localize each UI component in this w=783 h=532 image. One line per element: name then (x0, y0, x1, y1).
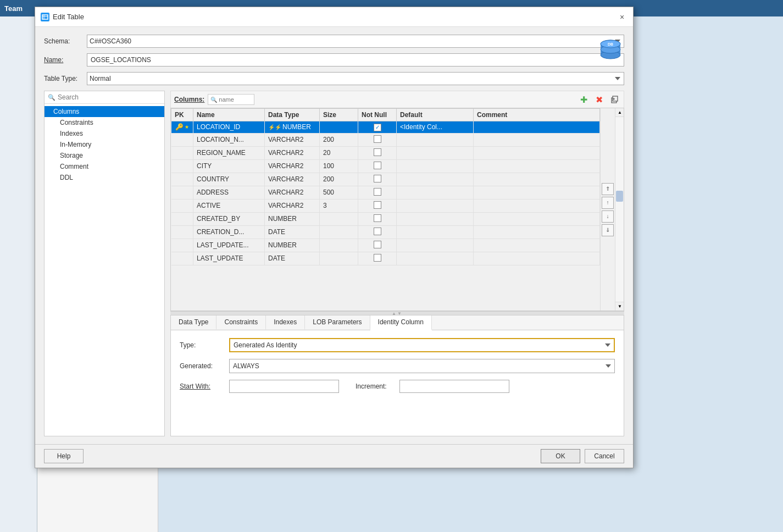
table-row[interactable]: CREATED_BY NUMBER (171, 212, 600, 225)
move-down-button[interactable]: ↓ (602, 210, 614, 223)
pk-cell (171, 212, 193, 225)
move-to-top-button[interactable]: ⇑ (602, 183, 614, 195)
copy-column-button[interactable] (608, 93, 620, 106)
right-panel: Columns: 🔍 ✚ ✖ (170, 91, 624, 436)
col-datatype-cell: VARCHAR2 (265, 199, 320, 212)
increment-input[interactable] (399, 380, 509, 393)
col-header-comment: Comment (474, 109, 600, 121)
table-row[interactable]: ACTIVE VARCHAR2 3 (171, 199, 600, 212)
col-default-cell (397, 146, 474, 159)
col-name-cell: REGION_NAME (193, 146, 265, 159)
move-to-bottom-button[interactable]: ⇓ (602, 224, 614, 236)
resize-handle[interactable]: ▲▼ (170, 311, 624, 315)
scroll-down-button[interactable]: ▼ (615, 302, 624, 311)
dialog-titlebar: Edit Table × (35, 7, 633, 27)
tree-item-in-memory[interactable]: In-Memory (45, 139, 164, 150)
table-row[interactable]: REGION_NAME VARCHAR2 20 (171, 146, 600, 159)
pk-cell (171, 186, 193, 199)
name-input[interactable] (87, 53, 624, 66)
col-name-cell: ADDRESS (193, 186, 265, 199)
col-comment-cell (474, 186, 600, 199)
col-datatype-cell: VARCHAR2 (265, 173, 320, 186)
name-label: Name: (44, 56, 82, 64)
svg-text:DB: DB (608, 42, 613, 46)
checkbox-unchecked (374, 241, 381, 248)
col-header-pk: PK (171, 109, 193, 121)
add-column-button[interactable]: ✚ (577, 93, 590, 106)
col-comment-cell (474, 239, 600, 252)
col-header-notnull: Not Null (358, 109, 397, 121)
table-row[interactable]: ADDRESS VARCHAR2 500 (171, 186, 600, 199)
table-row[interactable]: LAST_UPDATE... NUMBER (171, 239, 600, 252)
tree-item-storage[interactable]: Storage (45, 150, 164, 161)
table-row[interactable]: LOCATION_N... VARCHAR2 200 (171, 133, 600, 146)
col-comment-cell (474, 199, 600, 212)
table-row[interactable]: 🔑★ LOCATION_ID ⚡⚡NUMBER ✓ (171, 121, 600, 134)
col-notnull-cell (358, 239, 397, 252)
tab-indexes[interactable]: Indexes (266, 315, 305, 330)
generated-select[interactable]: ALWAYS BY DEFAULT BY DEFAULT ON NULL (229, 359, 615, 373)
col-default-cell (397, 199, 474, 212)
col-header-name: Name (193, 109, 265, 121)
scroll-track[interactable] (615, 117, 624, 302)
table-row[interactable]: COUNTRY VARCHAR2 200 (171, 173, 600, 186)
move-up-button[interactable]: ↑ (602, 197, 614, 209)
remove-column-button[interactable]: ✖ (593, 93, 605, 106)
pk-cell (171, 252, 193, 265)
column-search-input[interactable] (219, 96, 252, 103)
pk-cell (171, 173, 193, 186)
col-header-datatype: Data Type (265, 109, 320, 121)
col-default-cell (397, 173, 474, 186)
checkbox-unchecked (374, 214, 381, 222)
col-comment-cell (474, 133, 600, 146)
tree-item-comment[interactable]: Comment (45, 161, 164, 172)
scroll-up-button[interactable]: ▲ (615, 108, 624, 117)
col-comment-cell (474, 252, 600, 265)
footer-left: Help (44, 449, 84, 463)
table-area: PK Name Data Type Size Not Null Default … (170, 108, 624, 311)
col-datatype-cell: DATE (265, 225, 320, 239)
col-size-cell: 200 (320, 173, 358, 186)
tabs-bar: Data Type Constraints Indexes LOB Parame… (171, 315, 624, 330)
col-default-cell (397, 252, 474, 265)
tree-item-constraints[interactable]: Constraints (45, 117, 164, 128)
generated-label: Generated: (180, 362, 224, 370)
search-input[interactable] (58, 93, 161, 101)
type-select[interactable]: Generated As Identity None (229, 338, 615, 352)
col-datatype-cell: VARCHAR2 (265, 146, 320, 159)
tab-constraints[interactable]: Constraints (216, 315, 266, 330)
schema-select[interactable]: C##OSCA360 (87, 35, 624, 48)
ok-button[interactable]: OK (541, 449, 580, 463)
table-row[interactable]: CITY VARCHAR2 100 (171, 159, 600, 173)
tab-lob-parameters[interactable]: LOB Parameters (305, 315, 370, 330)
pk-cell (171, 225, 193, 239)
col-size-cell: 200 (320, 133, 358, 146)
tab-identity-column[interactable]: Identity Column (370, 315, 432, 330)
checkbox-unchecked (374, 188, 381, 196)
pk-cell (171, 146, 193, 159)
col-default-cell (397, 159, 474, 173)
col-notnull-cell (358, 146, 397, 159)
help-button[interactable]: Help (44, 449, 84, 463)
table-inner: PK Name Data Type Size Not Null Default … (171, 108, 600, 311)
table-row[interactable]: LAST_UPDATE DATE (171, 252, 600, 265)
table-type-label: Table Type: (44, 75, 82, 82)
columns-table: PK Name Data Type Size Not Null Default … (171, 108, 600, 265)
vertical-scrollbar[interactable]: ▲ ▼ (615, 108, 624, 311)
tree-item-columns[interactable]: Columns (45, 106, 164, 117)
tree-item-indexes[interactable]: Indexes (45, 128, 164, 139)
search-icon: 🔍 (48, 94, 55, 101)
search-box: 🔍 (45, 91, 164, 104)
close-button[interactable]: × (617, 12, 627, 23)
tree-item-ddl[interactable]: DDL (45, 172, 164, 183)
table-row[interactable]: CREATION_D... DATE (171, 225, 600, 239)
tab-data-type[interactable]: Data Type (171, 315, 216, 330)
cancel-button[interactable]: Cancel (585, 449, 624, 463)
start-with-input[interactable] (229, 380, 339, 393)
col-size-cell: 3 (320, 199, 358, 212)
table-type-select[interactable]: Normal (87, 72, 624, 85)
col-name-cell: LOCATION_ID (193, 121, 265, 134)
edit-table-icon (41, 13, 49, 21)
checkbox-unchecked (374, 228, 381, 235)
col-name-cell: LAST_UPDATE (193, 252, 265, 265)
